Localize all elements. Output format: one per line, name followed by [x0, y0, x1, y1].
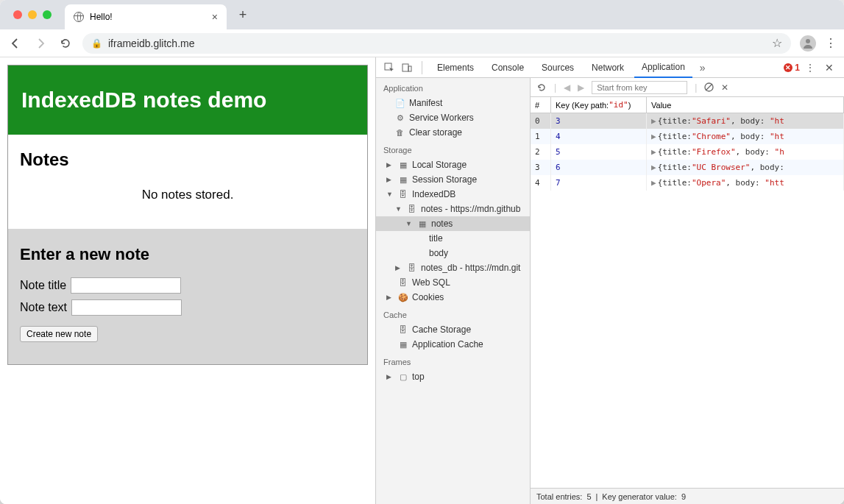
error-badge[interactable]: ✕1	[784, 63, 800, 73]
device-toggle-icon[interactable]	[400, 60, 414, 75]
close-tab-button[interactable]: ×	[212, 11, 218, 23]
database-icon: 🗄	[398, 278, 408, 288]
svg-point-0	[806, 39, 810, 43]
tab-title: Hello!	[90, 12, 113, 22]
table-row[interactable]: 47▶{title: "Opera", body: "htt	[531, 175, 844, 191]
row-key: 7	[551, 175, 647, 191]
sidebar-item-local-storage[interactable]: ▶▦Local Storage	[376, 157, 530, 172]
new-tab-button[interactable]: +	[233, 4, 253, 25]
data-rows: 03▶{title: "Safari", body: "ht14▶{title:…	[531, 113, 844, 488]
browser-tab[interactable]: Hello! ×	[65, 4, 227, 29]
sidebar-item-cookies[interactable]: ▶🍪Cookies	[376, 290, 530, 305]
file-icon: 📄	[395, 99, 405, 108]
sidebar-head-storage: Storage	[376, 140, 530, 157]
col-index[interactable]: #	[531, 97, 551, 113]
sidebar-head-frames: Frames	[376, 352, 530, 369]
row-value: ▶{title: "Chrome", body: "ht	[647, 129, 844, 144]
page-header: IndexedDB notes demo	[8, 65, 367, 135]
prev-page-icon[interactable]: ◀	[564, 82, 570, 93]
page-title: IndexedDB notes demo	[21, 88, 354, 113]
clear-objectstore-icon[interactable]	[704, 82, 714, 92]
svg-line-5	[706, 84, 712, 90]
row-index: 1	[531, 129, 551, 144]
row-key: 5	[551, 144, 647, 160]
create-note-button[interactable]: Create new note	[20, 326, 98, 342]
profile-avatar[interactable]	[800, 35, 816, 52]
reload-button[interactable]	[57, 35, 74, 52]
sidebar-item-manifest[interactable]: 📄Manifest	[376, 96, 530, 110]
col-value[interactable]: Value	[647, 97, 844, 113]
tab-elements[interactable]: Elements	[430, 57, 481, 78]
row-key: 6	[551, 160, 647, 175]
sidebar-item-frame-top[interactable]: ▶▢top	[376, 369, 530, 384]
back-button[interactable]	[7, 35, 24, 52]
forward-button[interactable]	[32, 35, 49, 52]
close-window-button[interactable]	[13, 10, 22, 19]
maximize-window-button[interactable]	[43, 10, 52, 19]
gear-icon: ⚙	[395, 113, 405, 123]
storage-icon: ▦	[398, 175, 408, 185]
row-value: ▶{title: "Firefox", body: "h	[647, 144, 844, 160]
address-bar[interactable]: 🔒 iframeidb.glitch.me ☆	[82, 33, 791, 54]
row-key: 3	[551, 113, 647, 129]
storage-icon: ▦	[398, 160, 408, 170]
storage-icon: ▦	[398, 340, 408, 349]
database-icon: 🗄	[407, 263, 416, 273]
tab-network[interactable]: Network	[584, 57, 631, 78]
globe-icon	[74, 12, 84, 22]
sidebar-item-idb-index-title[interactable]: title	[376, 231, 530, 246]
tab-sources[interactable]: Sources	[534, 57, 581, 78]
table-row[interactable]: 03▶{title: "Safari", body: "ht	[531, 113, 844, 129]
delete-selected-icon[interactable]: ✕	[721, 82, 728, 93]
sidebar-item-idb-notesdb[interactable]: ▶🗄notes_db - https://mdn.git	[376, 260, 530, 275]
next-page-icon[interactable]: ▶	[578, 82, 584, 93]
inspect-element-icon[interactable]	[382, 60, 397, 75]
devtools-menu-button[interactable]: ⋮	[803, 63, 818, 73]
note-title-label: Note title	[20, 279, 66, 292]
table-row[interactable]: 25▶{title: "Firefox", body: "h	[531, 144, 844, 160]
refresh-icon[interactable]	[536, 82, 547, 93]
frame-icon: ▢	[398, 372, 408, 382]
sidebar-item-idb-notes-store[interactable]: ▼▦notes	[376, 216, 530, 231]
page-viewport: IndexedDB notes demo Notes No notes stor…	[0, 57, 375, 504]
database-icon: 🗄	[398, 325, 408, 335]
minimize-window-button[interactable]	[28, 10, 37, 19]
sidebar-item-service-workers[interactable]: ⚙Service Workers	[376, 110, 530, 125]
lock-icon: 🔒	[91, 38, 102, 49]
sidebar-item-clear-storage[interactable]: 🗑Clear storage	[376, 125, 530, 140]
devtools-close-button[interactable]: ✕	[820, 62, 838, 74]
database-icon: 🗄	[398, 190, 408, 199]
tab-application[interactable]: Application	[634, 57, 692, 78]
tab-console[interactable]: Console	[484, 57, 531, 78]
note-text-label: Note text	[20, 301, 67, 314]
trash-icon: 🗑	[395, 128, 405, 138]
sidebar-item-indexeddb[interactable]: ▼🗄IndexedDB	[376, 187, 530, 202]
sidebar-item-session-storage[interactable]: ▶▦Session Storage	[376, 172, 530, 187]
svg-rect-2	[403, 64, 408, 71]
window-controls	[7, 10, 57, 19]
sidebar-item-idb-index-body[interactable]: body	[376, 246, 530, 260]
table-row[interactable]: 36▶{title: "UC Browser", body:	[531, 160, 844, 175]
sidebar-item-cache-storage[interactable]: ▶🗄Cache Storage	[376, 322, 530, 337]
notes-section: Notes No notes stored.	[8, 135, 367, 229]
table-icon: ▦	[417, 219, 427, 229]
database-icon: 🗄	[407, 205, 416, 214]
col-key[interactable]: Key (Key path: "id")	[551, 97, 647, 113]
row-index: 3	[531, 160, 551, 175]
sidebar-head-cache: Cache	[376, 305, 530, 322]
row-key: 4	[551, 129, 647, 144]
sidebar-item-app-cache[interactable]: ▶▦Application Cache	[376, 337, 530, 352]
sidebar-item-idb-notes-db[interactable]: ▼🗄notes - https://mdn.github	[376, 202, 530, 216]
sidebar-item-websql[interactable]: ▶🗄Web SQL	[376, 275, 530, 290]
bookmark-star-icon[interactable]: ☆	[772, 36, 782, 50]
browser-tab-strip: Hello! × +	[0, 0, 844, 29]
note-text-input[interactable]	[71, 299, 182, 316]
more-tabs-button[interactable]: »	[695, 62, 710, 74]
indexeddb-data-pane: | ◀ ▶ | ✕ # Key (Key path: "id") Value 0…	[531, 78, 844, 504]
row-value: ▶{title: "Opera", body: "htt	[647, 175, 844, 191]
table-row[interactable]: 14▶{title: "Chrome", body: "ht	[531, 129, 844, 144]
start-from-key-input[interactable]	[592, 81, 687, 94]
note-title-input[interactable]	[71, 277, 181, 294]
chrome-menu-button[interactable]: ⋮	[825, 36, 837, 50]
application-sidebar: Application 📄Manifest ⚙Service Workers 🗑…	[376, 78, 531, 504]
